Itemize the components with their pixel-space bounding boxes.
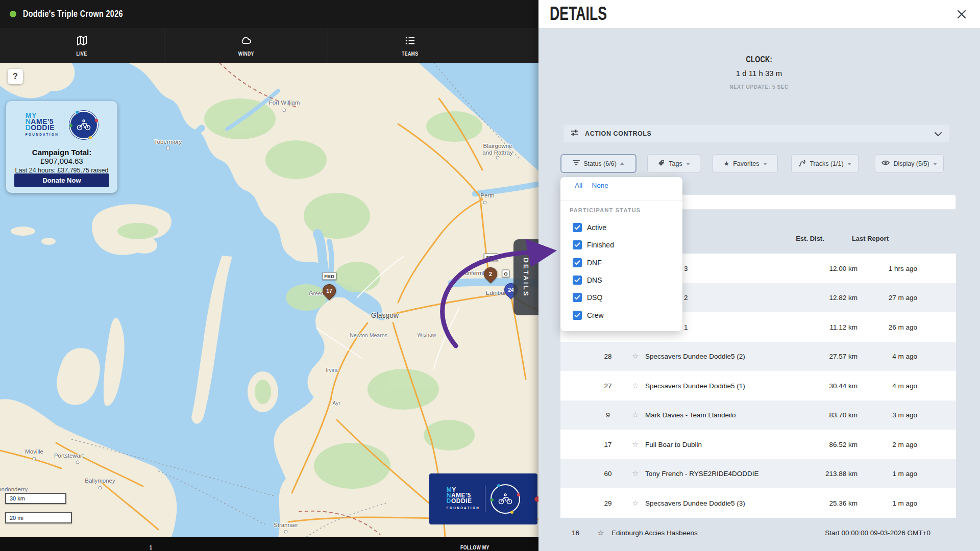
map-place-label: Irvine [326,367,339,373]
select-all-link[interactable]: All [575,182,582,189]
table-row[interactable]: 29 ☆ Specsavers Dundee Doddie5 (3) 25.36… [560,488,956,518]
status-option[interactable]: Crew [560,307,682,324]
checkbox-checked-icon[interactable] [573,293,582,302]
filter-display-button[interactable]: Display (5/5) [875,154,944,173]
tab-teams[interactable]: TEAMS [328,28,492,63]
table-row[interactable]: 16 ☆ Edinburgh Accies Hasbeens Start 00:… [538,522,980,543]
filter-status-button[interactable]: Status (6/6) [560,154,636,173]
table-row[interactable]: 60 ☆ Tony French - RYSE2RIDE4DODDIE 213.… [560,459,956,489]
checkbox-checked-icon[interactable] [573,240,582,249]
donate-now-button[interactable]: Donate Now [14,173,109,187]
tab-windy-label: WINDY [238,51,254,57]
status-option[interactable]: Active [560,219,682,236]
checkbox-checked-icon[interactable] [573,223,582,232]
participant-est-dist: 86.52 km [775,440,857,448]
caret-down-icon [686,163,690,167]
participant-status-heading: PARTICIPANT STATUS [570,207,641,213]
close-icon[interactable] [955,8,968,20]
status-option-label[interactable]: Active [587,223,606,232]
table-row[interactable]: 17 ☆ Full Boar to Dublin 86.52 km 2 m ag… [560,430,956,459]
status-option-label[interactable]: Crew [587,311,604,319]
tab-windy[interactable]: WINDY [164,28,328,63]
triple-crown-badge-icon [491,484,520,514]
participant-number: 29 [590,499,626,507]
next-update-label: NEXT UPDATE: 5 SEC [606,84,912,90]
participant-est-dist: 25.36 km [775,499,857,507]
map-canvas[interactable]: Fort WilliamTobermoryBlairgowrie and Rat… [0,63,538,537]
participant-label-marker[interactable]: FBD [322,272,336,280]
status-option-label[interactable]: DNS [587,276,602,284]
participant-last-report: 27 m ago [846,294,917,302]
status-option[interactable]: Finished [560,236,682,254]
map-place-label: Newton Mearns [350,332,387,338]
status-option-label[interactable]: Finished [587,241,614,249]
favorite-star-icon[interactable]: ☆ [632,410,641,419]
select-none-link[interactable]: None [592,182,608,189]
participant-name: Mark Davies - Team Llandeilo [645,411,736,419]
action-controls-label: ACTION CONTROLS [585,130,652,137]
checkbox-checked-icon[interactable] [573,258,582,267]
status-option[interactable]: DNS [560,271,682,289]
participant-label-marker[interactable]: SDD [484,254,498,261]
town-dot [99,486,102,490]
status-option[interactable]: DNF [560,254,682,271]
filter-tracks-button[interactable]: Tracks (1/1) [791,154,859,173]
participant-last-report: 1 m ago [846,470,917,478]
favorite-star-icon[interactable]: ☆ [632,440,641,449]
participant-number: 28 [590,353,626,360]
triple-crown-badge-icon [69,111,98,139]
table-row[interactable]: 9 ☆ Mark Davies - Team Llandeilo 83.70 k… [560,400,956,430]
table-row[interactable]: 27 ☆ Specsavers Dundee Doddie5 (1) 30.44… [560,371,956,400]
campaign-last24: Last 24 hours: £37,795.75 raised [11,167,112,174]
favorite-star-icon[interactable]: ☆ [632,352,641,361]
map-place-label: Stranraer [274,522,298,529]
participant-label-marker[interactable]: O [502,270,509,278]
table-row[interactable]: 28 ☆ Specsavers Dundee Doddie5 (2) 27.57… [560,342,956,371]
column-header-last-report[interactable]: Last Report [829,235,911,242]
checkbox-checked-icon[interactable] [573,311,582,320]
caret-down-icon [763,163,767,167]
favorite-star-icon[interactable]: ☆ [632,498,641,508]
participant-number: 27 [590,382,626,389]
follow-my-challenge-link[interactable]: FOLLOW MY CHALLENGE [460,544,490,551]
logo-foundation: FOUNDATION [26,132,59,138]
map-place-label: Moville [25,448,43,455]
filter-favorites-button[interactable]: ★ Favorites [713,154,778,173]
caret-down-icon [933,163,937,167]
participant-name: Specsavers Dundee Doddie5 (2) [645,353,745,360]
star-icon: ★ [723,160,729,167]
caret-up-icon [620,160,624,165]
logo-line3: ODDIE [31,123,55,132]
cloud-icon [240,34,252,48]
checkbox-checked-icon[interactable] [573,276,582,285]
participant-number: 17 [590,440,626,448]
sliders-icon [571,129,579,139]
clock-block: CLOCK: 1 d 11 h 33 m NEXT UPDATE: 5 SEC [606,55,912,90]
tab-bar: LIVE WINDY TEAMS [0,28,538,63]
caret-down-icon [847,163,851,167]
action-controls-toggle[interactable]: ACTION CONTROLS [564,124,949,142]
status-option-label[interactable]: DNF [587,259,602,267]
favorite-star-icon[interactable]: ☆ [632,381,641,390]
participant-last-report: 1 m ago [846,499,917,507]
town-dot [33,457,36,461]
panel-header: DETAILS [538,0,980,28]
town-dot [496,156,500,160]
tab-live[interactable]: LIVE [0,28,164,63]
scale-mi: 20 mi [5,512,72,523]
participant-name-fragment: 2 [684,294,688,302]
tab-teams-label: TEAMS [402,51,418,57]
help-button[interactable]: ? [8,69,23,84]
favorite-star-icon[interactable]: ☆ [632,469,641,478]
map-place-label: Glasgow [371,311,399,319]
details-side-tab[interactable]: DETAILS [513,239,538,315]
participant-last-report: 3 m ago [846,411,917,419]
participant-name: Edinburgh Accies Hasbeens [611,529,698,537]
filter-tags-button[interactable]: Tags [647,154,700,173]
status-option-label[interactable]: DSQ [587,293,602,302]
foundation-logo: MY NAME'5 DODDIE FOUNDATION [11,106,112,144]
status-option[interactable]: DSQ [560,289,682,306]
participant-est-dist: 27.57 km [775,353,857,360]
favorite-star-icon[interactable]: ☆ [598,529,604,537]
participant-last-report: 4 m ago [846,353,917,360]
